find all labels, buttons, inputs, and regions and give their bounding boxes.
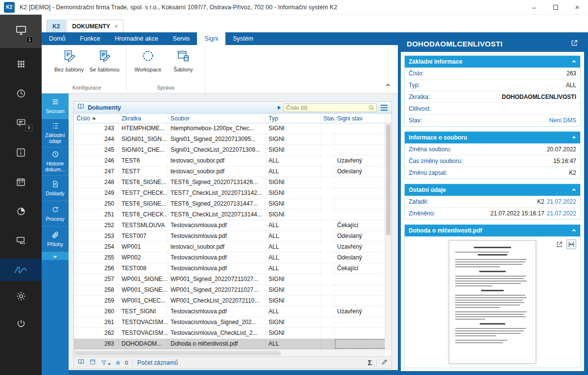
table-row[interactable]: 252 TESTSMLOUVA Testovacismlouva.pdf ALL… (74, 220, 392, 231)
ribbon-button-se-ablonou[interactable]: Se šablonou (89, 48, 120, 83)
preview-section-header[interactable]: Dohoda o mlčenlivosti.pdf (405, 225, 580, 236)
search-input[interactable] (286, 105, 367, 111)
detail-label: Číslo: (409, 70, 424, 77)
table-row[interactable]: 258 WP001_SIGNE... WP001_Signed_20220721… (74, 285, 392, 296)
sidebar-item-messages[interactable]: 0 (14, 117, 28, 129)
column-header-signi-stav[interactable]: Signi stav (335, 114, 386, 123)
detail-row: Zkratka:DOHODAOMLCENLIVOSTI (405, 91, 580, 103)
calendar-view-icon[interactable] (89, 358, 96, 367)
menu-item-dom-[interactable]: Domů (42, 32, 73, 45)
cell-typ: SIGNI (266, 177, 321, 188)
menu-item-syst-m[interactable]: Systém (225, 32, 261, 45)
ribbon-button-workspace[interactable]: Workspace (132, 48, 164, 83)
table-row[interactable]: 249 TEST7_CHECK... TEST7_CheckList_20220… (74, 188, 392, 199)
column-header--slo[interactable]: Číslo (74, 114, 119, 123)
table-row[interactable]: 260 TEST_SIGNI Testovacismlouva.pdf ALL … (74, 306, 392, 317)
table-row[interactable]: 250 TEST6_SIGNE... TEST6_Signed_20220713… (74, 199, 392, 210)
detail-label: Zkratka: (409, 94, 430, 100)
table-row[interactable]: 244 SIGNI01_SIGN... Signi01_Signed_20220… (74, 134, 392, 145)
records-count-label[interactable]: Počet záznamů (137, 359, 178, 366)
nav-item-procesy[interactable]: Procesy (42, 201, 69, 227)
table-row[interactable]: 259 WP001_CHEC... WP001_CheckList_202207… (74, 296, 392, 306)
menu-item-signi[interactable]: Signi (197, 32, 225, 45)
nav-item-z-kladn-daje[interactable]: Základní údaje (42, 119, 69, 147)
cell-zkratka: TEST6 (119, 156, 168, 166)
sidebar-item-workstation[interactable] (14, 234, 28, 247)
tab-close-icon[interactable]: × (115, 23, 118, 30)
table-row[interactable]: 261 TESTOVACISM... Testovacismlouva_Sign… (74, 317, 392, 328)
menu-item-servis[interactable]: Servis (166, 32, 197, 45)
grid-statusbar: ❄ 0 Počet záznamů Σ (74, 356, 392, 369)
cell-cislo: 259 (74, 296, 119, 306)
detail-value-link[interactable]: 21.07.2022 (547, 210, 576, 217)
cell-soubor: htemphomebox-1200px_Chec... (168, 123, 266, 134)
tab-dokumenty[interactable]: DOKUMENTY × (67, 20, 123, 32)
grid-menu-icon[interactable] (380, 104, 389, 112)
sidebar-item-apps[interactable] (14, 58, 28, 70)
sidebar-item-power[interactable] (14, 317, 28, 330)
nav-item-p-lohy[interactable]: Přílohy (42, 227, 69, 252)
nav-item-doklady[interactable]: Doklady (42, 176, 69, 201)
preview-open-external-icon[interactable] (554, 239, 564, 249)
table-row[interactable]: 262 TESTOVACISM... Testovacismlouva_Chec… (74, 328, 392, 339)
sum-icon[interactable]: Σ (368, 359, 372, 366)
scrollbar-thumb-horizontal[interactable] (75, 351, 281, 355)
table-row[interactable]: 256 TEST008 Testovacismlouva.pdf ALL Ček… (74, 263, 392, 274)
horizontal-scrollbar[interactable] (74, 350, 385, 356)
table-row[interactable]: 263 DOHODAOM... Dohoda o mlčenlivosti.pd… (74, 339, 392, 350)
table-row[interactable]: 257 WP001_SIGNE... WP001_Signed_20220721… (74, 274, 392, 285)
menu-item-funkce[interactable]: Funkce (73, 32, 107, 45)
section-header[interactable]: Ostatní údaje (405, 184, 580, 196)
maximize-button[interactable] (545, 0, 566, 14)
play-icon[interactable] (278, 106, 281, 110)
table-row[interactable]: 243 HTEMPHOME... htemphomebox-1200px_Che… (74, 123, 392, 134)
nav-expander-button[interactable] (42, 252, 69, 260)
minimize-button[interactable]: – (523, 0, 545, 14)
scrollbar-thumb[interactable] (386, 125, 391, 235)
filter-icon[interactable] (100, 359, 111, 366)
sidebar-item-signi[interactable] (0, 258, 42, 281)
nav-item-seznam[interactable]: Seznam (42, 94, 69, 119)
menu-item-hromadn-akce[interactable]: Hromadné akce (107, 32, 165, 45)
table-row[interactable]: 253 TEST007 Testovacismlouva.pdf ALL Ode… (74, 231, 392, 242)
detail-value-link[interactable]: 21.07.2022 (547, 198, 576, 205)
close-button[interactable]: × (566, 0, 588, 14)
detail-row: Čas změny souboru:15:16:47 (405, 155, 580, 167)
book-view-icon[interactable] (77, 358, 85, 367)
fit-width-icon[interactable] (566, 239, 576, 249)
column-header-typ[interactable]: Typ (266, 114, 321, 123)
detail-value: 21.07.2022 15:16:1721.07.2022 (490, 210, 576, 217)
edit-icon[interactable] (381, 358, 388, 367)
section-header[interactable]: Základní informace (405, 56, 580, 68)
column-header-zkratka[interactable]: Zkratka (119, 114, 168, 123)
sidebar-item-calendar[interactable] (14, 175, 28, 188)
sidebar-item-history[interactable] (14, 87, 28, 100)
table-row[interactable]: 247 TEST7 testovaci_soubor.pdf ALL Odesl… (74, 166, 392, 177)
ribbon-group-label: Konfigurace (53, 83, 120, 92)
sidebar-item-reports[interactable] (14, 205, 28, 217)
freeze-icon[interactable]: ❄ (115, 360, 121, 366)
table-row[interactable]: 245 SIGNI01_CHE... Signi01_CheckList_202… (74, 145, 392, 156)
tab-k2-home[interactable]: K2 (47, 20, 66, 32)
table-row[interactable]: 248 TEST6_SIGNE... TEST6_Signed_20220713… (74, 177, 392, 188)
ribbon-collapse-button[interactable] (385, 83, 391, 88)
ribbon-button--ablony[interactable]: Šablony (168, 48, 199, 83)
table-row[interactable]: 254 WP001 testovaci_soubor.pdf ALL Uzavř… (74, 242, 392, 253)
search-icon[interactable] (368, 105, 374, 111)
column-header-soubor[interactable]: Soubor (168, 114, 266, 123)
sidebar-item-desktop[interactable]: 1 (0, 15, 42, 48)
column-header-stav[interactable]: Stav (321, 114, 335, 123)
section-header-label: Informace o souboru (409, 134, 467, 141)
sidebar-item-info[interactable] (14, 146, 28, 159)
nav-item-historie-dokum-[interactable]: Historie dokum... (42, 147, 69, 176)
preview-page[interactable] (449, 240, 536, 364)
detail-value-link[interactable]: Není DMS (549, 117, 576, 124)
open-external-icon[interactable] (570, 39, 578, 48)
table-row[interactable]: 246 TEST6 testovaci_soubor.pdf ALL Uzavř… (74, 156, 392, 166)
sidebar-item-settings[interactable] (14, 290, 28, 303)
table-row[interactable]: 255 WP002 Testovacismlouva.pdf ALL Odesl… (74, 253, 392, 263)
vertical-scrollbar[interactable] (385, 123, 392, 350)
section-header[interactable]: Informace o souboru (405, 132, 580, 143)
table-row[interactable]: 251 TEST6_CHECK... TEST6_CheckList_20220… (74, 210, 392, 220)
ribbon-button-bez-ablony[interactable]: Bez šablony (53, 48, 85, 83)
